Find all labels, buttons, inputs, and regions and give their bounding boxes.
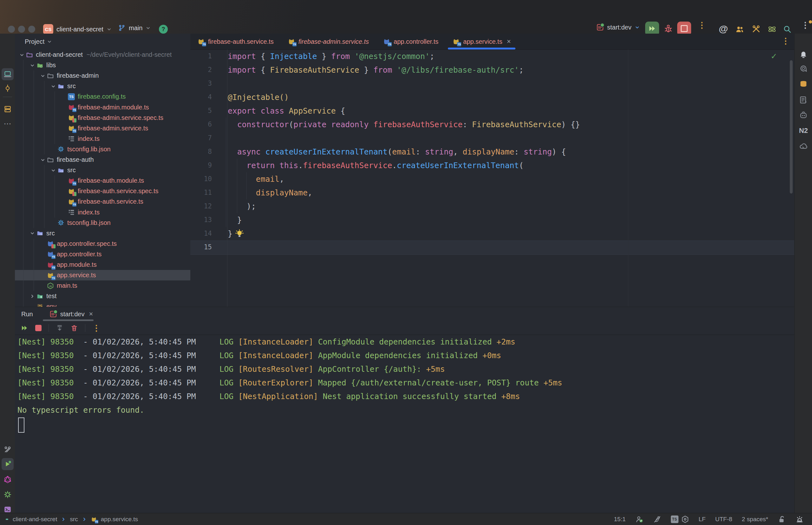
siren-icon[interactable] — [796, 515, 804, 523]
tree-row[interactable]: firebase-admin — [15, 71, 190, 81]
project-panel-header[interactable]: Project — [15, 34, 190, 49]
tree-chevron-icon[interactable] — [29, 294, 36, 299]
code-line[interactable]: import { FirebaseAuthService } from '@/l… — [228, 63, 524, 77]
more-toolwindows-icon[interactable]: ⋯ — [4, 119, 11, 128]
editor-tab[interactable]: TSfirebase-auth.service.ts — [190, 34, 281, 49]
users-icon[interactable] — [735, 25, 744, 34]
ai-assistant-icon[interactable] — [799, 64, 808, 73]
console-kebab[interactable]: ⋮ — [92, 324, 101, 332]
terminal-toolwindow-icon[interactable] — [3, 505, 12, 514]
project-widget[interactable]: CS client-and-secret — [43, 24, 112, 34]
tree-row[interactable]: tsconfig.lib.json — [15, 144, 190, 154]
tree-chevron-icon[interactable] — [49, 168, 57, 173]
build-toolwindow-icon[interactable] — [3, 445, 12, 454]
hexagon-icon[interactable] — [681, 515, 689, 523]
bell-icon[interactable] — [799, 50, 808, 59]
tree-row[interactable]: index.ts — [15, 134, 190, 144]
tree-row[interactable]: TSfirebase-auth.service.ts — [15, 196, 190, 207]
code-line[interactable]: } — [228, 213, 242, 227]
editor-tab[interactable]: TSapp.controller.ts — [376, 34, 445, 49]
encoding[interactable]: UTF-8 — [715, 516, 732, 523]
graphql-toolwindow-icon[interactable] — [3, 476, 12, 484]
robot-icon[interactable] — [799, 111, 808, 120]
console-output[interactable]: [Nest] 98350 - 01/02/2026, 5:40:45 PM LO… — [17, 335, 794, 513]
gear-toolwindow-icon[interactable] — [3, 491, 12, 499]
debug-button[interactable] — [664, 25, 673, 33]
code-line[interactable]: constructor(private readonly firebaseAut… — [228, 118, 580, 131]
tree-chevron-icon[interactable] — [39, 73, 47, 78]
breadcrumb-file[interactable]: app.service.ts — [101, 516, 138, 523]
window-minimize-button[interactable] — [18, 26, 25, 33]
tree-chevron-icon[interactable] — [18, 52, 26, 57]
tree-row[interactable]: TSapp.module.ts — [15, 259, 190, 270]
window-close-button[interactable] — [8, 26, 15, 33]
at-mention-icon[interactable]: @ — [719, 24, 728, 34]
documentation-icon[interactable] — [799, 95, 808, 104]
tree-row[interactable]: index.ts — [15, 207, 190, 217]
nx-console-icon[interactable]: N2 — [799, 126, 808, 135]
tree-row[interactable]: TSfirebase-auth.module.ts — [15, 176, 190, 186]
typescript-badge-icon[interactable]: TS — [671, 515, 678, 523]
code-line[interactable]: ); — [228, 199, 256, 213]
project-toolwindow-icon[interactable] — [2, 68, 14, 80]
run-config-selector[interactable]: start:dev — [596, 24, 640, 31]
run-tab-startdev[interactable]: start:dev × — [49, 310, 93, 318]
code-line[interactable]: displayName, — [228, 186, 313, 199]
highlight-disabled-icon[interactable] — [653, 515, 661, 523]
atom-icon[interactable] — [768, 25, 777, 34]
line-ending[interactable]: LF — [699, 516, 706, 523]
tree-row[interactable]: TSfirebase-admin.module.ts — [15, 102, 190, 112]
editor-tab[interactable]: TSfirebase-admin.service.ts — [281, 34, 376, 49]
rerun-button[interactable] — [20, 324, 28, 332]
tree-row[interactable]: firebase-auth — [15, 154, 190, 165]
lightbulb-icon[interactable] — [235, 229, 244, 239]
tree-row[interactable]: client-and-secret~/dev/Evelyn/client-and… — [15, 49, 190, 60]
clear-console-button[interactable] — [71, 324, 78, 332]
tree-row[interactable]: env — [15, 301, 190, 307]
code-line[interactable]: } — [228, 227, 232, 240]
close-icon[interactable]: × — [89, 310, 93, 318]
inspections-check-icon[interactable]: ✓ — [771, 51, 777, 61]
tree-row[interactable]: firebase-auth.service.spec.ts — [15, 186, 190, 196]
close-icon[interactable]: × — [507, 38, 511, 46]
breadcrumb-project[interactable]: client-and-secret — [13, 516, 57, 523]
code-line[interactable]: return this.firebaseAuthService.createUs… — [228, 159, 524, 172]
service-status-icon[interactable] — [635, 515, 644, 523]
scroll-to-end-button[interactable] — [56, 324, 63, 332]
structure-toolwindow-icon[interactable] — [3, 105, 12, 113]
run-more-kebab[interactable]: ⋮ — [698, 21, 706, 29]
editor-tab[interactable]: TSapp.service.ts× — [445, 34, 518, 49]
tree-row[interactable]: TSfirebase.config.ts — [15, 91, 190, 102]
tree-row[interactable]: TSfirebase-admin.service.ts — [15, 123, 190, 134]
indent-setting[interactable]: 2 spaces* — [742, 516, 768, 523]
tree-row[interactable]: tsconfig.lib.json — [15, 217, 190, 228]
tree-row[interactable]: app.controller.spec.ts — [15, 239, 190, 249]
help-icon[interactable]: ? — [159, 25, 168, 34]
code-line[interactable]: import { Injectable } from '@nestjs/comm… — [228, 49, 435, 63]
code-line[interactable]: @Injectable() — [228, 90, 289, 104]
tree-chevron-icon[interactable] — [29, 230, 36, 236]
tree-chevron-icon[interactable] — [39, 158, 47, 162]
code-line[interactable]: email, — [228, 172, 284, 186]
commit-toolwindow-icon[interactable] — [3, 84, 12, 92]
code-editor[interactable]: 123456789101112131415 import { Injectabl… — [190, 49, 794, 307]
run-panel-title[interactable]: Run — [21, 311, 33, 318]
tree-row[interactable]: firebase-admin.service.spec.ts — [15, 112, 190, 123]
branch-widget[interactable]: main — [118, 24, 151, 32]
lock-icon[interactable] — [778, 515, 786, 523]
breadcrumb-src[interactable]: src — [70, 516, 78, 523]
tree-row[interactable]: test — [15, 291, 190, 301]
tree-row[interactable]: libs — [15, 60, 190, 71]
stop-button[interactable] — [35, 325, 42, 331]
tabbar-kebab[interactable]: ⋮ — [782, 37, 790, 45]
code-line[interactable]: export class AppService { — [228, 104, 345, 118]
tools-icon[interactable] — [752, 25, 761, 34]
search-icon[interactable] — [783, 25, 792, 34]
tree-row[interactable]: src — [15, 165, 190, 176]
tree-row[interactable]: src — [15, 228, 190, 239]
cloud-icon[interactable] — [799, 141, 808, 150]
database-icon[interactable] — [799, 80, 808, 89]
code-line[interactable]: async createUserInExternalTenant(email: … — [228, 145, 566, 159]
tree-row[interactable]: TSapp.controller.ts — [15, 249, 190, 259]
tree-row[interactable]: src — [15, 81, 190, 91]
